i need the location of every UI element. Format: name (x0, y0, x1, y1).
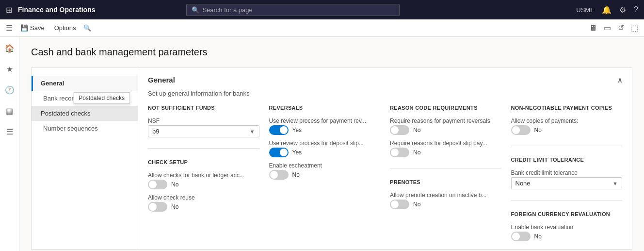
nsf-value: b9 (152, 128, 248, 135)
check-setup-title: CHECK SETUP (148, 159, 259, 165)
check-reuse-toggle-row: No (148, 202, 259, 212)
toolbar: ☰ 💾 Save Options 🔍 🖥 ▭ ↺ ⬚ (0, 19, 644, 37)
nav-item-postdated-checks[interactable]: Postdated checks Postdated checks (32, 106, 138, 121)
check-bank-field: Allow checks for bank or ledger acc... N… (148, 172, 259, 189)
section-title: General (148, 76, 175, 84)
reason-payment-toggle-label: No (413, 127, 420, 134)
top-nav: ⊞ Finance and Operations 🔍 USMF 🔔 ⚙ ? (0, 0, 644, 19)
prenotes-title: PRENOTES (390, 179, 501, 185)
prenote-toggle-label: No (413, 201, 420, 208)
prenote-toggle-row: No (390, 200, 501, 209)
col-reason-code: REASON CODE REQUIREMENTS Require reasons… (390, 105, 501, 241)
copies-toggle[interactable] (511, 125, 531, 135)
workspaces-icon[interactable]: ▦ (3, 103, 16, 118)
check-reuse-field: Allow check reuse No (148, 194, 259, 212)
nav-item-number-sequences[interactable]: Number sequences (32, 121, 138, 136)
app-grid-icon[interactable]: ⊞ (6, 5, 12, 15)
escheatment-label: Enable escheatment (269, 162, 381, 169)
divider-4 (511, 200, 623, 201)
reason-payment-label: Require reasons for payment reversals (390, 117, 501, 124)
toolbar-search-icon[interactable]: 🔍 (83, 24, 91, 32)
gear-icon[interactable]: ⚙ (619, 5, 626, 15)
reversals-title: REVERSALS (269, 105, 381, 111)
reversal-deposit-toggle-row: Yes (269, 148, 381, 157)
copies-field: Allow copies of payments: No (511, 117, 623, 135)
escheatment-toggle-row: No (269, 170, 381, 180)
bell-icon[interactable]: 🔔 (602, 5, 612, 15)
check-reuse-toggle[interactable] (148, 202, 167, 212)
revaluation-field: Enable bank revaluation No (511, 224, 623, 241)
copies-label: Allow copies of payments: (511, 117, 623, 124)
modules-icon[interactable]: ☰ (3, 124, 16, 139)
search-icon: 🔍 (192, 6, 199, 14)
reason-payment-field: Require reasons for payment reversals No (390, 117, 501, 135)
app-title: Finance and Operations (18, 6, 95, 14)
escheatment-field: Enable escheatment No (269, 162, 381, 180)
favorites-icon[interactable]: ★ (3, 62, 16, 77)
credit-limit-title: CREDIT LIMIT TOLERANCE (511, 157, 623, 163)
toolbar-right: 🖥 ▭ ↺ ⬚ (587, 21, 640, 34)
divider-3 (511, 146, 623, 146)
refresh-icon[interactable]: ↺ (616, 21, 626, 34)
col-nsf: NOT SUFFICIENT FUNDS NSF b9 ▼ CHECK SETU… (148, 105, 259, 241)
recent-icon[interactable]: 🕐 (2, 83, 17, 98)
check-bank-label: Allow checks for bank or ledger acc... (148, 172, 255, 179)
reason-deposit-label: Require reasons for deposit slip pay... (390, 140, 497, 147)
divider-1 (148, 148, 259, 149)
reason-code-title: REASON CODE REQUIREMENTS (390, 105, 501, 111)
credit-limit-field: Bank credit limit tolerance None ▼ (511, 169, 623, 189)
reason-deposit-toggle-label: No (413, 149, 420, 156)
collapse-icon[interactable]: ∧ (617, 76, 622, 84)
reversal-deposit-toggle[interactable] (269, 148, 289, 157)
home-icon[interactable]: 🏠 (2, 41, 17, 56)
reason-deposit-toggle[interactable] (390, 148, 409, 157)
credit-limit-select[interactable]: None ▼ (511, 177, 623, 189)
open-icon[interactable]: ⬚ (629, 21, 640, 34)
foreign-currency-title: FOREIGN CURRENCY REVALUATION (511, 211, 623, 217)
reversal-payment-toggle[interactable] (269, 125, 289, 135)
section-header: General ∧ (148, 76, 622, 88)
reversal-payment-field: Use review process for payment rev... Ye… (269, 117, 381, 135)
revaluation-toggle-label: No (534, 233, 542, 240)
copies-toggle-row: No (511, 125, 623, 135)
nav-item-postdated-checks-wrapper: Postdated checks Postdated checks (32, 106, 138, 121)
revaluation-label: Enable bank revaluation (511, 224, 623, 231)
nsf-chevron-icon: ▼ (250, 129, 255, 134)
col-reversals: REVERSALS Use review process for payment… (269, 105, 381, 241)
view-icon[interactable]: 🖥 (587, 22, 599, 34)
credit-limit-value: None (515, 180, 611, 187)
check-bank-toggle[interactable] (148, 180, 167, 189)
reversal-payment-toggle-row: Yes (269, 125, 381, 135)
postdated-checks-tooltip: Postdated checks (73, 92, 130, 104)
check-bank-toggle-label: No (171, 181, 178, 188)
left-sidebar: 🏠 ★ 🕐 ▦ ☰ (0, 37, 19, 251)
check-reuse-label: Allow check reuse (148, 194, 259, 201)
content-layout: General Bank reconciliation Postdated ch… (31, 67, 632, 250)
nsf-title: NOT SUFFICIENT FUNDS (148, 105, 259, 111)
nav-right: USMF 🔔 ⚙ ? (576, 5, 638, 15)
revaluation-toggle[interactable] (511, 232, 531, 241)
reason-payment-toggle[interactable] (390, 125, 409, 135)
search-bar: 🔍 (186, 4, 400, 16)
non-neg-title: NON-NEGOTIABLE PAYMENT COPIES (511, 105, 623, 111)
hamburger-icon[interactable]: ☰ (4, 21, 15, 34)
revaluation-toggle-row: No (511, 232, 623, 241)
escheatment-toggle-label: No (292, 171, 300, 178)
save-button[interactable]: 💾 Save (16, 22, 48, 33)
save-icon: 💾 (20, 24, 28, 32)
escheatment-toggle[interactable] (269, 170, 289, 180)
search-input[interactable] (202, 6, 394, 14)
nsf-field: NSF b9 ▼ (148, 117, 259, 137)
reason-deposit-toggle-row: No (390, 148, 501, 157)
options-button[interactable]: Options (50, 22, 80, 33)
nav-item-general[interactable]: General (32, 76, 138, 91)
col-non-negotiable: NON-NEGOTIABLE PAYMENT COPIES Allow copi… (511, 105, 623, 241)
reversal-payment-label: Use review process for payment rev... (269, 117, 376, 124)
nsf-select[interactable]: b9 ▼ (148, 125, 259, 137)
prenote-toggle[interactable] (390, 200, 409, 209)
check-reuse-toggle-label: No (171, 203, 178, 210)
help-icon[interactable]: ? (634, 5, 638, 14)
credit-limit-chevron-icon: ▼ (612, 181, 618, 186)
panel-icon[interactable]: ▭ (602, 21, 613, 34)
check-bank-toggle-row: No (148, 180, 259, 189)
